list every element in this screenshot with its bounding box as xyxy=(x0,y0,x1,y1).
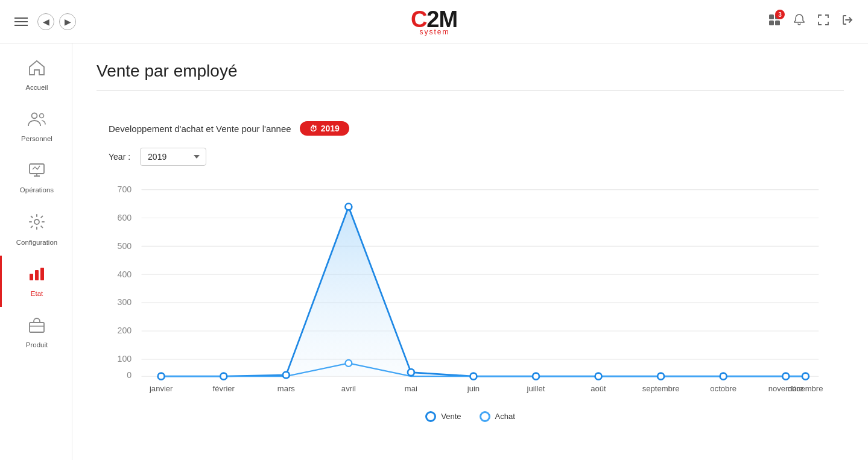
svg-text:septembre: septembre xyxy=(642,384,680,393)
svg-rect-0 xyxy=(769,14,774,19)
year-label: Year : xyxy=(109,152,130,162)
year-selector: Year : 2019 2018 2017 2020 xyxy=(109,148,832,166)
bell-icon[interactable] xyxy=(793,13,805,30)
svg-text:100: 100 xyxy=(118,354,132,364)
sidebar-label-configuration: Configuration xyxy=(16,239,57,246)
sidebar-label-etat: Etat xyxy=(31,290,43,297)
svg-text:200: 200 xyxy=(118,326,132,335)
sidebar-label-accueil: Accueil xyxy=(25,84,48,91)
svg-text:février: février xyxy=(213,384,235,393)
chart-icon xyxy=(28,265,46,286)
svg-text:400: 400 xyxy=(118,269,132,279)
sidebar-item-etat[interactable]: Etat xyxy=(0,256,72,307)
page-title: Vente par employé xyxy=(97,61,844,81)
legend-vente-circle xyxy=(425,411,436,422)
chart-header: Developpement d'achat et Vente pour l'an… xyxy=(109,121,832,136)
header-left: ◀ ▶ xyxy=(14,13,76,30)
svg-text:juin: juin xyxy=(467,384,480,393)
main-layout: Accueil Personnel Opérati xyxy=(0,43,868,460)
chart-container: 700 600 500 400 300 200 100 0 xyxy=(109,178,832,404)
svg-text:juillet: juillet xyxy=(527,384,545,393)
chart-description: Developpement d'achat et Vente pour l'an… xyxy=(109,124,291,134)
nav-arrows: ◀ ▶ xyxy=(37,13,76,30)
svg-text:700: 700 xyxy=(118,184,132,194)
year-select[interactable]: 2019 2018 2017 2020 xyxy=(140,148,206,166)
svg-text:0: 0 xyxy=(127,370,131,380)
nav-back-button[interactable]: ◀ xyxy=(37,13,54,30)
year-badge-value: 2019 xyxy=(321,124,340,133)
svg-marker-28 xyxy=(161,207,805,376)
sidebar-item-configuration[interactable]: Configuration xyxy=(0,203,72,256)
svg-rect-2 xyxy=(769,20,774,25)
svg-text:octobre: octobre xyxy=(710,384,737,393)
hamburger-menu[interactable] xyxy=(14,17,28,26)
svg-rect-8 xyxy=(30,274,33,280)
achat-point-apr xyxy=(345,360,352,367)
notification-badge: 3 xyxy=(775,10,785,19)
vente-point-dec xyxy=(802,373,809,380)
vente-point-jul xyxy=(533,373,539,380)
main-content: Vente par employé Developpement d'achat … xyxy=(72,43,868,460)
sidebar-label-personnel: Personnel xyxy=(21,135,52,142)
vente-point-feb xyxy=(220,373,227,380)
vente-point-jun xyxy=(470,373,477,380)
vente-point-oct xyxy=(720,373,727,380)
vente-line xyxy=(161,207,805,376)
sidebar-item-operations[interactable]: Opérations xyxy=(0,152,72,203)
monitor-icon xyxy=(28,162,46,183)
legend-achat-label: Achat xyxy=(495,412,515,421)
svg-rect-9 xyxy=(35,270,39,280)
grid-icon[interactable]: 3 xyxy=(768,13,781,30)
vente-point-jan xyxy=(158,373,165,380)
gear-icon xyxy=(28,213,46,235)
svg-text:mars: mars xyxy=(277,384,295,393)
logo-area: C2M system xyxy=(411,7,457,36)
svg-text:600: 600 xyxy=(118,213,132,222)
sidebar-label-produit: Produit xyxy=(26,341,48,348)
header-right: 3 xyxy=(768,13,854,30)
logo-system-text: system xyxy=(419,28,449,36)
legend-achat-circle xyxy=(480,411,490,422)
svg-rect-10 xyxy=(40,268,44,280)
home-icon xyxy=(28,59,46,80)
sidebar-item-produit[interactable]: Produit xyxy=(0,307,72,358)
legend-achat: Achat xyxy=(480,411,515,422)
svg-text:500: 500 xyxy=(118,241,132,251)
svg-text:300: 300 xyxy=(118,297,132,307)
sidebar-item-accueil[interactable]: Accueil xyxy=(0,49,72,101)
sidebar-item-personnel[interactable]: Personnel xyxy=(0,101,72,152)
svg-text:avril: avril xyxy=(341,384,356,393)
vente-point-mar xyxy=(283,372,290,379)
svg-text:août: août xyxy=(591,384,606,393)
svg-rect-3 xyxy=(775,20,780,25)
shop-icon xyxy=(28,317,46,338)
clock-icon: ⏱ xyxy=(309,124,317,133)
line-chart: 700 600 500 400 300 200 100 0 xyxy=(109,178,832,402)
vente-point-nov xyxy=(782,373,789,380)
svg-point-4 xyxy=(32,113,37,119)
svg-rect-11 xyxy=(30,323,44,332)
svg-text:décembre: décembre xyxy=(788,384,823,393)
vente-point-aug xyxy=(595,373,602,380)
achat-line xyxy=(161,363,805,376)
nav-forward-button[interactable]: ▶ xyxy=(59,13,76,30)
chart-legend: Vente Achat xyxy=(109,411,832,422)
svg-point-7 xyxy=(34,219,39,224)
svg-text:janvier: janvier xyxy=(149,384,173,393)
logout-icon[interactable] xyxy=(841,14,854,29)
svg-point-5 xyxy=(40,114,44,118)
vente-point-may xyxy=(408,369,414,376)
svg-text:mai: mai xyxy=(405,384,417,393)
year-badge: ⏱ 2019 xyxy=(300,121,349,136)
vente-point-apr xyxy=(345,204,352,210)
legend-vente: Vente xyxy=(425,411,461,422)
sidebar: Accueil Personnel Opérati xyxy=(0,43,72,460)
people-icon xyxy=(27,110,46,131)
fullscreen-icon[interactable] xyxy=(817,14,829,29)
vente-point-sep xyxy=(657,373,664,380)
chart-section: Developpement d'achat et Vente pour l'an… xyxy=(97,109,844,440)
top-header: ◀ ▶ C2M system 3 xyxy=(0,0,868,43)
title-divider xyxy=(97,90,844,91)
sidebar-label-operations: Opérations xyxy=(20,186,54,194)
legend-vente-label: Vente xyxy=(441,412,461,421)
